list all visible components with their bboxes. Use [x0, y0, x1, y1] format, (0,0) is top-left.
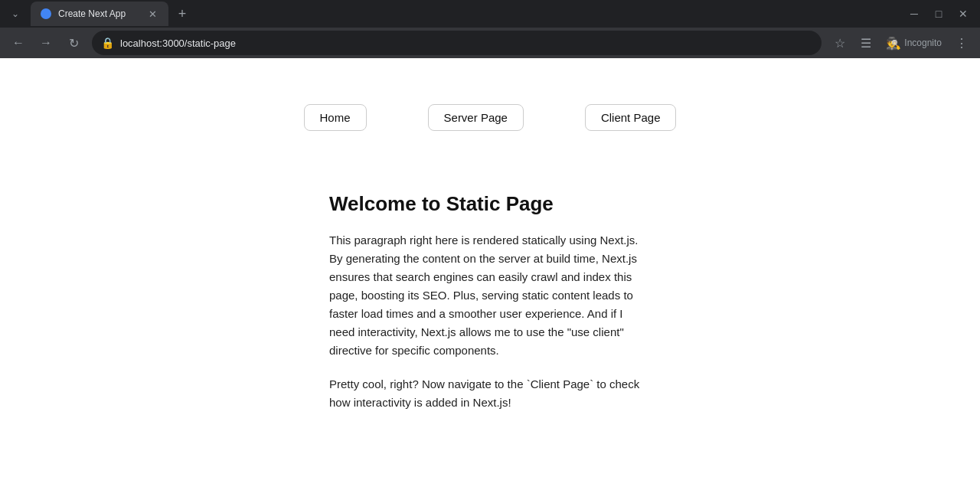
tab-bar: ⌄ Create Next App ✕ + ─ □ ✕ [0, 0, 980, 28]
reload-button[interactable]: ↻ [61, 31, 86, 55]
active-tab[interactable]: Create Next App ✕ [31, 2, 168, 26]
window-controls: ─ □ ✕ [903, 3, 974, 25]
page-heading: Welcome to Static Page [329, 192, 651, 216]
toolbar-right: ☆ ☰ 🕵 Incognito ⋮ [828, 31, 974, 55]
sidebar-button[interactable]: ☰ [854, 31, 878, 55]
tab-close-button[interactable]: ✕ [145, 7, 159, 21]
favicon-icon [41, 8, 51, 19]
minimize-button[interactable]: ─ [903, 3, 925, 25]
new-tab-button[interactable]: + [172, 3, 193, 25]
incognito-icon: 🕵 [886, 36, 901, 51]
menu-button[interactable]: ⋮ [949, 31, 974, 55]
forward-button[interactable]: → [34, 31, 58, 55]
server-page-nav-button[interactable]: Server Page [428, 104, 524, 131]
tab-left-controls: ⌄ [6, 5, 24, 23]
back-button[interactable]: ← [6, 31, 31, 55]
tab-title: Create Next App [58, 8, 139, 19]
page-content: Home Server Page Client Page Welcome to … [0, 58, 980, 477]
incognito-button[interactable]: 🕵 Incognito [880, 33, 948, 54]
address-bar[interactable] [120, 38, 812, 49]
tab-dropdown-button[interactable]: ⌄ [6, 5, 24, 23]
incognito-label: Incognito [904, 38, 942, 48]
bookmark-button[interactable]: ☆ [828, 31, 852, 55]
browser-window: ⌄ Create Next App ✕ + ─ □ ✕ ← → ↻ 🔒 ☆ ☰ [0, 0, 980, 477]
tab-favicon [40, 8, 52, 20]
page-paragraph-1: This paragraph right here is rendered st… [329, 231, 651, 360]
page-paragraph-2: Pretty cool, right? Now navigate to the … [329, 375, 651, 412]
close-button[interactable]: ✕ [952, 3, 974, 25]
maximize-button[interactable]: □ [928, 3, 949, 25]
toolbar: ← → ↻ 🔒 ☆ ☰ 🕵 Incognito ⋮ [0, 28, 980, 58]
address-bar-container[interactable]: 🔒 [92, 31, 822, 55]
client-page-nav-button[interactable]: Client Page [585, 104, 677, 131]
main-content: Welcome to Static Page This paragraph ri… [329, 192, 651, 412]
nav-buttons: Home Server Page Client Page [304, 104, 677, 131]
secure-icon: 🔒 [101, 37, 114, 49]
home-nav-button[interactable]: Home [304, 104, 367, 131]
